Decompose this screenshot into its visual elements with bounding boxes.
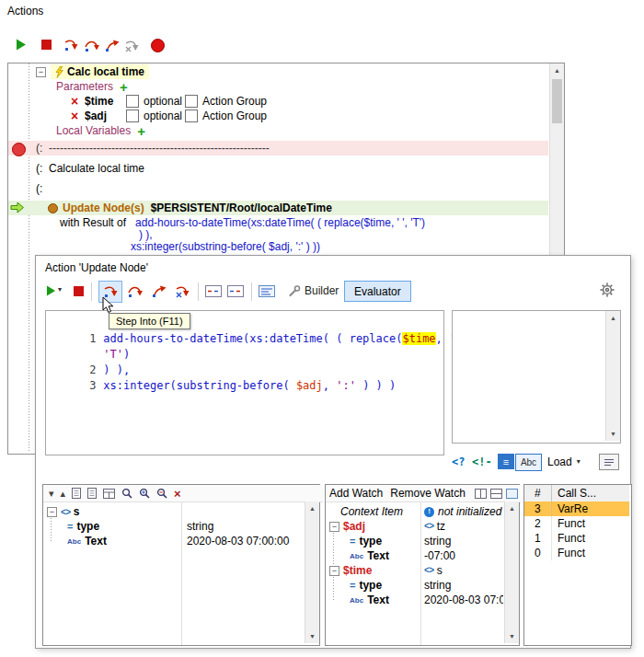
action-group-checkbox[interactable] xyxy=(185,110,198,122)
callstack-row[interactable]: 0 Funct xyxy=(524,546,629,560)
watch-type-row[interactable]: = type xyxy=(350,534,382,548)
scroll-up-icon[interactable]: ▲ xyxy=(505,501,519,515)
zoom-in-icon[interactable] xyxy=(139,488,150,499)
collapse-icon[interactable]: − xyxy=(329,522,339,532)
action-group-label: Action Group xyxy=(202,95,267,108)
tree-row-param-adj[interactable]: × $adj optional Action Group xyxy=(71,109,267,123)
column-divider[interactable] xyxy=(420,501,421,645)
tree-row-local-variables[interactable]: Local Variables + xyxy=(56,123,145,138)
builder-button[interactable]: Builder xyxy=(282,281,344,301)
stop-debugger-button[interactable] xyxy=(123,38,140,52)
column-header-number[interactable]: # xyxy=(524,485,552,501)
delete-icon[interactable]: × xyxy=(174,487,181,501)
variables-scrollbar[interactable]: ▲ ▼ xyxy=(305,501,319,643)
step-out-button[interactable] xyxy=(150,283,167,298)
dialog-toolbar: ▾ Builder xyxy=(36,279,628,305)
run-dropdown-icon[interactable]: ▾ xyxy=(58,285,62,294)
callstack-row[interactable]: 1 Funct xyxy=(524,531,629,546)
context-item-row[interactable]: Context Item xyxy=(340,504,403,519)
layout-rows-icon[interactable] xyxy=(490,489,502,499)
callstack-row[interactable]: 3 VarRe xyxy=(524,501,629,516)
scroll-down-icon[interactable]: ▼ xyxy=(606,427,620,441)
watch-scrollbar[interactable]: ▲ ▼ xyxy=(504,501,519,643)
xpath-editor[interactable]: 1add-hours-to-dateTime(xs:dateTime( ( re… xyxy=(45,310,444,455)
step-over-button[interactable] xyxy=(83,38,99,52)
stop-button[interactable] xyxy=(74,286,84,296)
watch-type-row[interactable]: = type xyxy=(350,578,382,593)
variable-text-row[interactable]: Abc Text xyxy=(67,534,107,548)
breakpoint-marker[interactable] xyxy=(12,143,26,156)
column-header-name[interactable]: Call S... xyxy=(552,485,596,501)
scroll-up-icon[interactable]: ▲ xyxy=(550,63,564,77)
result-scrollbar[interactable]: ▲ ▼ xyxy=(605,311,620,441)
comment-open-row[interactable]: (: xyxy=(36,181,42,196)
update-node-row[interactable]: Update Node(s) $PERSISTENT/Root/localDat… xyxy=(8,201,548,215)
add-local-variable-icon[interactable]: + xyxy=(137,123,145,139)
copy-icon[interactable] xyxy=(72,488,81,499)
insert-comment-button[interactable] xyxy=(205,285,222,297)
delete-param-icon[interactable]: × xyxy=(71,94,85,109)
find-icon[interactable] xyxy=(121,488,132,499)
variable-type-row[interactable]: = type xyxy=(67,519,99,534)
layout-grid-icon[interactable] xyxy=(475,489,487,499)
text-view-button[interactable]: Abc xyxy=(515,454,542,471)
add-watch-button[interactable]: Add Watch xyxy=(329,487,383,500)
watch-text-row[interactable]: Abc Text xyxy=(350,548,389,563)
zoom-out-icon[interactable] xyxy=(156,488,167,499)
optional-checkbox[interactable] xyxy=(126,95,139,108)
delete-param-icon[interactable]: × xyxy=(71,109,85,123)
sort-ascending-icon[interactable]: ▴ xyxy=(61,488,66,500)
tree-row-param-time[interactable]: × $time optional Action Group xyxy=(71,94,267,109)
step-into-button[interactable] xyxy=(63,38,79,52)
run-button[interactable] xyxy=(45,284,56,296)
scroll-down-icon[interactable]: ▼ xyxy=(505,629,519,643)
step-over-button[interactable] xyxy=(126,283,143,298)
collapse-icon[interactable]: − xyxy=(329,566,339,576)
collapse-icon[interactable]: − xyxy=(36,67,46,77)
grid-view-icon[interactable] xyxy=(103,489,115,499)
stop-button[interactable] xyxy=(41,40,52,50)
code-text: ) ) ) xyxy=(356,379,396,392)
xmldecl-toggle[interactable]: <? xyxy=(452,455,465,468)
text-label: Text xyxy=(367,549,389,562)
remove-watch-button[interactable]: Remove Watch xyxy=(390,487,466,500)
variable-root-row[interactable]: − <> s xyxy=(47,504,79,519)
load-button[interactable]: Load ▾ xyxy=(547,454,581,469)
comment-separator-row[interactable]: (: -------------------------------------… xyxy=(8,141,548,156)
evaluator-button[interactable]: Evaluator xyxy=(344,281,411,302)
watch-var-row[interactable]: − $adj xyxy=(329,519,365,534)
layout-single-icon[interactable] xyxy=(506,489,518,499)
value-view-button[interactable]: ≡ xyxy=(498,454,514,469)
watch-var-row[interactable]: − $time xyxy=(329,563,372,578)
with-result-row[interactable]: with Result of add-hours-to-dateTime(xs:… xyxy=(60,215,425,230)
sort-descending-icon[interactable]: ▾ xyxy=(49,488,54,500)
copy-all-icon[interactable] xyxy=(87,488,97,499)
scroll-up-icon[interactable]: ▲ xyxy=(606,311,620,325)
evaluate-expression-icon[interactable] xyxy=(259,285,275,297)
column-divider[interactable] xyxy=(181,501,182,645)
settings-gear-icon[interactable] xyxy=(599,282,615,297)
scroll-up-icon[interactable]: ▲ xyxy=(305,501,319,515)
step-out-button[interactable] xyxy=(103,38,120,52)
add-parameter-icon[interactable]: + xyxy=(120,79,128,95)
stop-debugger-button[interactable] xyxy=(174,283,190,298)
watch-text-row[interactable]: Abc Text xyxy=(350,593,389,607)
collapse-icon[interactable]: − xyxy=(47,507,57,517)
run-button[interactable] xyxy=(15,38,28,51)
code-var-highlighted: $time xyxy=(402,332,435,345)
context-item-label: Context Item xyxy=(340,505,403,518)
tree-row-action-group[interactable]: − Calc local time xyxy=(36,64,149,79)
parameters-label: Parameters xyxy=(56,80,113,93)
scroll-thumb[interactable] xyxy=(552,79,562,123)
remove-comment-button[interactable] xyxy=(227,285,244,297)
comment-toggle[interactable]: <!- xyxy=(472,455,492,468)
record-breakpoint-button[interactable] xyxy=(151,39,165,52)
comment-title-row[interactable]: (: Calculate local time xyxy=(36,161,144,176)
callstack-row[interactable]: 2 Funct xyxy=(524,516,629,531)
optional-checkbox[interactable] xyxy=(126,110,139,122)
export-result-button[interactable] xyxy=(599,454,619,470)
scroll-down-icon[interactable]: ▼ xyxy=(305,629,319,643)
tree-row-parameters[interactable]: Parameters + xyxy=(56,79,128,94)
expr-var: $time xyxy=(364,216,391,229)
action-group-checkbox[interactable] xyxy=(185,95,198,108)
